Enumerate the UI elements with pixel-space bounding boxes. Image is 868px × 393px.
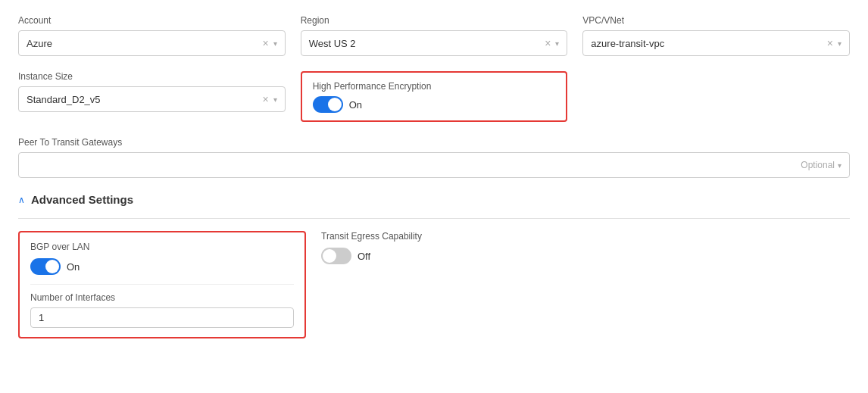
optional-chevron-icon: ▾ (838, 161, 841, 170)
transit-toggle-row: Off (321, 248, 850, 264)
peer-input-wrapper[interactable]: Optional ▾ (18, 152, 850, 178)
instance-chevron-icon: ▾ (273, 95, 277, 104)
advanced-section: ∧ Advanced Settings BGP over LAN On Numb… (18, 193, 850, 338)
instance-size-select[interactable]: Standard_D2_v5 × ▾ (18, 86, 286, 112)
region-clear-icon[interactable]: × (545, 37, 551, 49)
hpe-container: High Performance Encryption On (301, 71, 568, 122)
hpe-section: High Performance Encryption On (301, 71, 568, 122)
account-chevron-icon: ▾ (273, 39, 277, 48)
account-clear-icon[interactable]: × (262, 37, 268, 49)
transit-section: Transit Egress Capability Off (321, 231, 850, 264)
account-select[interactable]: Azure × ▾ (18, 30, 286, 56)
hpe-toggle-row: On (313, 96, 556, 113)
advanced-divider (18, 218, 850, 219)
bgp-label: BGP over LAN (30, 242, 294, 252)
transit-label: Transit Egress Capability (321, 231, 850, 242)
num-interfaces-input[interactable] (30, 307, 294, 328)
bgp-section: BGP over LAN On Number of Interfaces (18, 231, 306, 338)
region-select[interactable]: West US 2 × ▾ (301, 30, 568, 56)
optional-label: Optional (801, 160, 835, 170)
region-label: Region (301, 15, 568, 26)
num-interfaces-label: Number of Interfaces (30, 292, 294, 303)
region-chevron-icon: ▾ (555, 39, 559, 48)
num-interfaces-section: Number of Interfaces (30, 284, 294, 328)
bgp-toggle-row: On (30, 258, 294, 275)
bgp-toggle-label: On (67, 261, 80, 273)
form-row-2: Instance Size Standard_D2_v5 × ▾ High Pe… (18, 71, 850, 122)
peer-section: Peer To Transit Gateways Optional ▾ (18, 137, 850, 178)
vpc-chevron-icon: ▾ (838, 39, 841, 48)
instance-size-field: Instance Size Standard_D2_v5 × ▾ (18, 71, 286, 112)
vpc-label: VPC/VNet (582, 15, 850, 26)
account-value: Azure (27, 38, 258, 49)
peer-input[interactable] (27, 160, 801, 171)
account-label: Account (18, 15, 286, 26)
hpe-toggle[interactable] (313, 96, 343, 113)
peer-label: Peer To Transit Gateways (18, 137, 850, 148)
region-field: Region West US 2 × ▾ (301, 15, 568, 56)
vpc-select[interactable]: azure-transit-vpc × ▾ (582, 30, 850, 56)
hpe-toggle-label: On (349, 99, 362, 111)
region-value: West US 2 (309, 38, 540, 49)
instance-size-label: Instance Size (18, 71, 286, 82)
page-container: Account Azure × ▾ Region West US 2 × ▾ V… (0, 0, 868, 366)
advanced-settings-title: Advanced Settings (31, 193, 133, 206)
vpc-value: azure-transit-vpc (591, 38, 822, 49)
instance-clear-icon[interactable]: × (262, 93, 268, 105)
hpe-label: High Performance Encryption (313, 81, 432, 92)
instance-size-value: Standard_D2_v5 (27, 94, 258, 105)
vpc-clear-icon[interactable]: × (827, 37, 833, 49)
form-row-1: Account Azure × ▾ Region West US 2 × ▾ V… (18, 15, 850, 56)
transit-toggle[interactable] (321, 248, 351, 264)
bgp-toggle[interactable] (30, 258, 61, 275)
advanced-settings-header[interactable]: ∧ Advanced Settings (18, 193, 850, 206)
vpc-field: VPC/VNet azure-transit-vpc × ▾ (582, 15, 850, 56)
transit-toggle-label: Off (358, 251, 370, 262)
advanced-collapse-icon[interactable]: ∧ (18, 195, 25, 205)
account-field: Account Azure × ▾ (18, 15, 286, 56)
advanced-row: BGP over LAN On Number of Interfaces Tra… (18, 231, 850, 338)
